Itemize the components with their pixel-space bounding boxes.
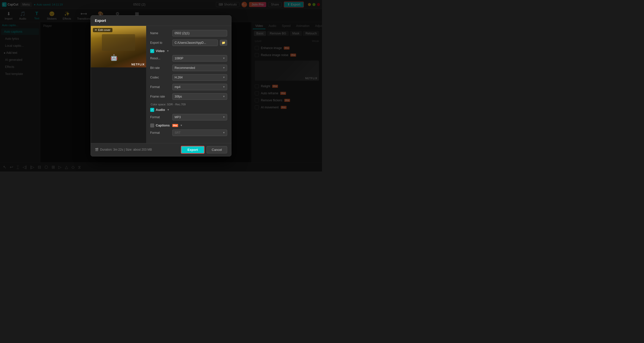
framerate-label: Frame rate <box>150 95 170 98</box>
export-modal-button[interactable]: Export <box>181 146 204 154</box>
resolution-label: Resol... <box>150 57 170 60</box>
codec-select-wrapper: H.264 ▼ <box>172 74 227 81</box>
modal-overlay: Export 🤖 ✏ Edit cover NETFLIX <box>0 0 322 172</box>
scene-element-1 <box>102 34 135 51</box>
export-to-label: Export to <box>150 41 170 45</box>
modal-header: Export <box>91 16 231 26</box>
video-toggle-icon: ▼ <box>167 50 169 52</box>
export-to-row: Export to C:/Users/Jason/AppD... 📁 <box>150 39 227 46</box>
format-select[interactable]: mp4 <box>172 84 227 90</box>
captions-checkbox[interactable] <box>150 123 154 127</box>
captions-pro-badge: Pro <box>172 124 178 127</box>
export-path-display: C:/Users/Jason/AppD... <box>172 39 218 46</box>
modal-form: Name Export to C:/Users/Jason/AppD... 📁 … <box>146 26 231 143</box>
bitrate-label: Bit rate <box>150 66 170 70</box>
color-space-text: Color space: SDR - Rec.709 <box>150 103 227 106</box>
bitrate-select-wrapper: Recommended ▼ <box>172 65 227 71</box>
format-row: Format mp4 ▼ <box>150 84 227 90</box>
format-select-wrapper: mp4 ▼ <box>172 84 227 90</box>
export-modal: Export 🤖 ✏ Edit cover NETFLIX <box>91 15 231 156</box>
captions-format-select-wrapper: SRT ▼ <box>172 130 227 136</box>
video-section-header[interactable]: ✓ Video ▼ <box>150 49 227 53</box>
modal-footer: 🎬 Duration: 3m 22s | Size: about 203 MB … <box>91 143 231 156</box>
captions-format-select[interactable]: SRT <box>172 130 227 136</box>
captions-toggle-icon: ▼ <box>180 124 183 127</box>
resolution-select[interactable]: 1080P <box>172 55 227 62</box>
preview-image: 🤖 ✏ Edit cover NETFLIX <box>91 26 146 67</box>
modal-preview: 🤖 ✏ Edit cover NETFLIX <box>91 26 146 143</box>
resolution-select-wrapper: 1080P ▼ <box>172 55 227 62</box>
codec-label: Codec <box>150 76 170 79</box>
format-label: Format <box>150 85 170 89</box>
audio-format-select[interactable]: MP3 <box>172 114 227 120</box>
resolution-row: Resol... 1080P ▼ <box>150 55 227 62</box>
duration-size-text: Duration: 3m 22s | Size: about 203 MB <box>100 148 152 151</box>
edit-cover-button[interactable]: ✏ Edit cover <box>93 28 112 32</box>
scene-robot: 🤖 <box>110 54 118 61</box>
audio-format-label: Format <box>150 115 170 119</box>
pencil-icon: ✏ <box>95 28 97 32</box>
framerate-select[interactable]: 30fps <box>172 93 227 100</box>
captions-section-header[interactable]: Captions Pro ▼ <box>150 123 227 127</box>
audio-format-select-wrapper: MP3 ▼ <box>172 114 227 120</box>
footer-info: 🎬 Duration: 3m 22s | Size: about 203 MB <box>95 148 179 151</box>
captions-format-row: Format SRT ▼ <box>150 130 227 136</box>
bitrate-row: Bit rate Recommended ▼ <box>150 65 227 71</box>
folder-button[interactable]: 📁 <box>220 40 227 46</box>
audio-checkbox[interactable]: ✓ <box>150 108 154 112</box>
bitrate-select[interactable]: Recommended <box>172 65 227 71</box>
name-row: Name <box>150 30 227 36</box>
video-checkbox[interactable]: ✓ <box>150 49 154 53</box>
name-input[interactable] <box>172 30 227 36</box>
audio-section-header[interactable]: ✓ Audio ▼ <box>150 108 227 112</box>
codec-select[interactable]: H.264 <box>172 74 227 81</box>
film-icon: 🎬 <box>95 148 99 151</box>
audio-toggle-icon: ▼ <box>167 108 170 111</box>
captions-format-label: Format <box>150 131 170 135</box>
audio-format-row: Format MP3 ▼ <box>150 114 227 120</box>
cancel-button[interactable]: Cancel <box>207 146 227 153</box>
codec-row: Codec H.264 ▼ <box>150 74 227 81</box>
modal-body: 🤖 ✏ Edit cover NETFLIX Name <box>91 26 231 143</box>
framerate-select-wrapper: 30fps ▼ <box>172 93 227 100</box>
name-label: Name <box>150 31 170 35</box>
framerate-row: Frame rate 30fps ▼ <box>150 93 227 100</box>
netflix-watermark: NETFLIX <box>131 63 145 66</box>
